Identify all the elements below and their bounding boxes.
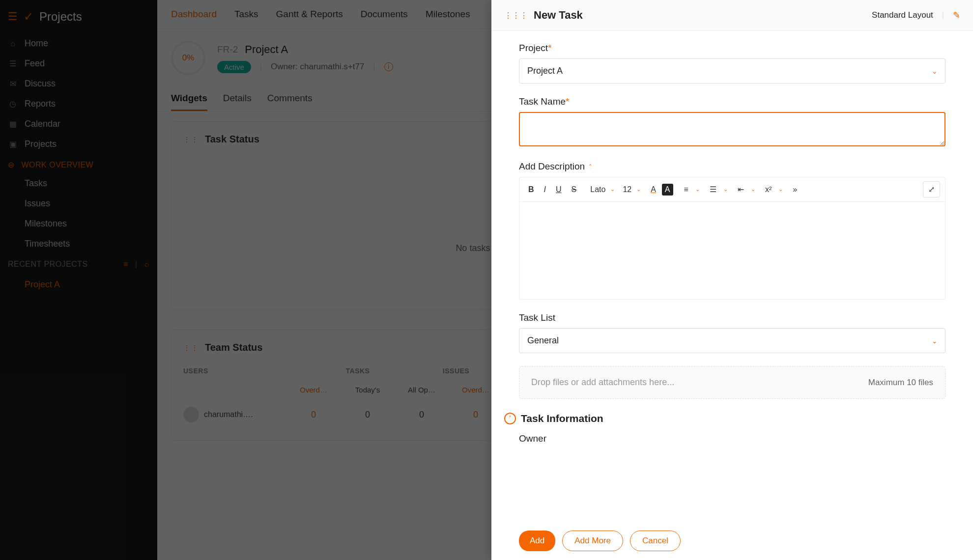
panel-title: New Task (534, 9, 583, 22)
indent-button[interactable]: ⇤ (734, 182, 748, 197)
attachment-dropzone[interactable]: Drop files or add attachments here... Ma… (519, 366, 945, 399)
dropzone-limit: Maximum 10 files (868, 378, 933, 388)
task-list-select-input[interactable] (519, 328, 945, 353)
cancel-button[interactable]: Cancel (630, 531, 681, 551)
layout-selector[interactable]: Standard Layout (872, 10, 933, 20)
panel-header: ⋮⋮⋮ New Task Standard Layout | ✎ (491, 0, 973, 31)
chevron-down-icon: ⌄ (932, 337, 938, 345)
owner-field-label: Owner (519, 433, 945, 444)
collapse-icon: ˄ (504, 413, 516, 424)
chevron-down-icon: ⌄ (777, 186, 787, 193)
panel-footer: Add Add More Cancel (491, 521, 973, 560)
task-list-label: Task List (519, 312, 945, 323)
project-select[interactable]: ⌄ (519, 58, 945, 84)
new-task-panel: ⋮⋮⋮ New Task Standard Layout | ✎ Project… (491, 0, 973, 560)
expand-icon[interactable]: ⤢ (923, 181, 940, 197)
chevron-down-icon: ⌄ (609, 186, 619, 193)
bold-button[interactable]: B (524, 182, 538, 197)
add-more-button[interactable]: Add More (562, 531, 623, 551)
chevron-down-icon: ⌄ (932, 67, 938, 75)
task-name-input[interactable] (519, 112, 945, 146)
section-title: Task Information (521, 413, 603, 424)
font-size-select[interactable]: 12 (621, 183, 633, 196)
description-toggle[interactable]: Add Description ˄ (519, 161, 945, 172)
task-info-section-header[interactable]: ˄ Task Information (504, 413, 945, 424)
panel-body: Project* ⌄ Task Name* Add Description ˄ … (491, 31, 973, 560)
description-label: Add Description (519, 161, 585, 172)
grid-icon[interactable]: ⋮⋮⋮ (504, 11, 528, 20)
description-editor[interactable] (519, 201, 945, 300)
rte-toolbar: B I U S Lato⌄ 12⌄ A A ≡⌄ ☰⌄ ⇤⌄ x²⌄ » ⤢ (519, 177, 945, 201)
project-select-input[interactable] (519, 58, 945, 84)
bg-color-button[interactable]: A (662, 184, 673, 196)
text-color-button[interactable]: A (647, 182, 660, 197)
task-list-select[interactable]: ⌄ (519, 328, 945, 353)
project-field-label: Project* (519, 43, 945, 54)
underline-button[interactable]: U (552, 182, 566, 197)
italic-button[interactable]: I (540, 182, 550, 197)
align-button[interactable]: ≡ (680, 182, 692, 197)
chevron-down-icon: ⌄ (722, 186, 732, 193)
edit-icon[interactable]: ✎ (953, 10, 960, 21)
chevron-down-icon: ⌄ (694, 186, 704, 193)
chevron-down-icon: ⌄ (635, 186, 645, 193)
dropzone-text: Drop files or add attachments here... (531, 377, 674, 388)
task-name-label: Task Name* (519, 96, 945, 107)
chevron-up-icon: ˄ (589, 163, 592, 170)
more-button[interactable]: » (789, 182, 801, 197)
strikethrough-button[interactable]: S (568, 182, 581, 197)
divider: | (942, 11, 944, 20)
font-family-select[interactable]: Lato (588, 183, 607, 196)
superscript-button[interactable]: x² (761, 182, 775, 197)
add-button[interactable]: Add (519, 531, 555, 551)
chevron-down-icon: ⌄ (750, 186, 759, 193)
list-button[interactable]: ☰ (706, 182, 720, 197)
